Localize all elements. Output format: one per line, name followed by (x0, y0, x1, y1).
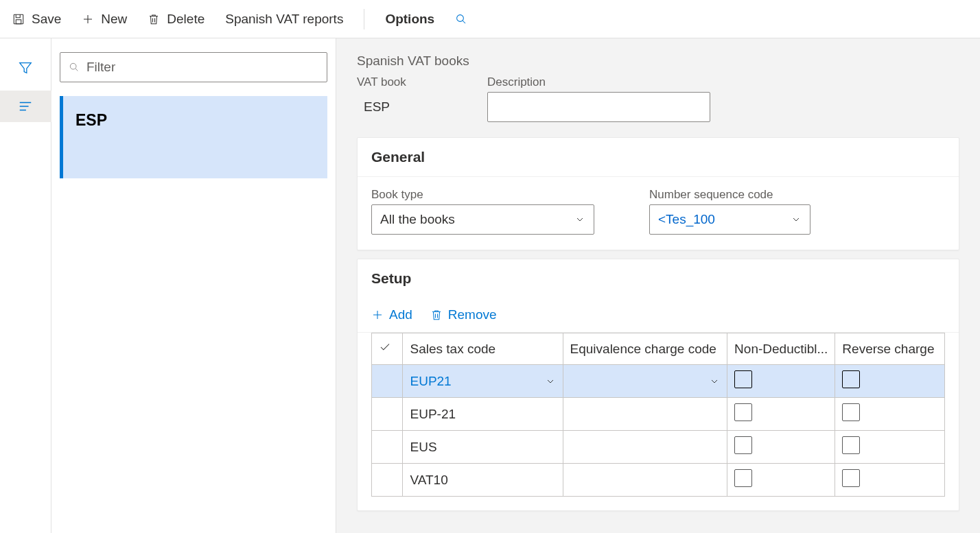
book-type-value: All the books (380, 212, 455, 227)
toolbar-divider (364, 9, 364, 29)
table-row[interactable]: EUP21 (372, 365, 945, 398)
setup-header: Setup (358, 259, 959, 298)
checkbox[interactable] (734, 403, 752, 421)
save-button[interactable]: Save (12, 12, 61, 27)
remove-button[interactable]: Remove (430, 307, 497, 322)
svg-rect-0 (14, 14, 23, 24)
checkbox[interactable] (842, 403, 860, 421)
select-column-header[interactable] (372, 333, 403, 365)
sales-tax-code-value: EUP21 (410, 374, 451, 389)
checkbox[interactable] (734, 436, 752, 454)
vat-book-value: ESP (357, 92, 467, 122)
sales-tax-code-cell[interactable]: EUS (403, 431, 563, 464)
non-deductible-cell[interactable] (727, 431, 835, 464)
number-sequence-value: <Tes_100 (658, 212, 715, 227)
list-item[interactable]: ESP (60, 96, 327, 178)
list-item-label: ESP (75, 111, 107, 129)
main-layout: ESP Spanish VAT books VAT book ESP Descr… (0, 38, 980, 533)
book-type-field: Book type All the books (371, 188, 594, 235)
plus-icon (82, 13, 94, 25)
options-button[interactable]: Options (385, 12, 434, 27)
checkbox[interactable] (842, 469, 860, 487)
reverse-charge-cell[interactable] (835, 464, 945, 497)
chevron-down-icon (709, 376, 720, 387)
filter-box[interactable] (60, 52, 327, 82)
checkbox[interactable] (842, 370, 860, 388)
filter-input[interactable] (85, 59, 318, 75)
non-deductible-cell[interactable] (727, 365, 835, 398)
plus-icon (371, 309, 384, 321)
reverse-charge-cell[interactable] (835, 431, 945, 464)
reports-button[interactable]: Spanish VAT reports (225, 12, 343, 27)
general-card: General Book type All the books Number s… (357, 137, 959, 250)
svg-point-3 (70, 63, 76, 69)
checkbox[interactable] (734, 370, 752, 388)
remove-label: Remove (448, 307, 497, 322)
reports-label: Spanish VAT reports (225, 12, 343, 27)
delete-label: Delete (167, 12, 205, 27)
description-input[interactable] (487, 92, 710, 122)
svg-rect-1 (16, 19, 21, 23)
options-label: Options (385, 12, 434, 27)
general-header: General (358, 138, 959, 177)
add-label: Add (389, 307, 412, 322)
sales-tax-code-cell[interactable]: VAT10 (403, 464, 563, 497)
setup-grid: Sales tax code Equivalence charge code N… (371, 333, 945, 497)
equivalence-cell[interactable] (563, 365, 727, 398)
equivalence-cell[interactable] (563, 431, 727, 464)
save-label: Save (32, 12, 61, 27)
save-icon (12, 13, 25, 25)
reverse-charge-cell[interactable] (835, 365, 945, 398)
reverse-charge-cell[interactable] (835, 398, 945, 431)
lines-rail-button[interactable] (0, 91, 51, 122)
book-type-select[interactable]: All the books (371, 204, 594, 235)
svg-point-2 (457, 14, 464, 21)
trash-icon (430, 309, 443, 321)
description-field: Description (487, 75, 710, 122)
checkbox[interactable] (842, 436, 860, 454)
new-button[interactable]: New (82, 12, 127, 27)
vat-book-field: VAT book ESP (357, 75, 467, 122)
table-row[interactable]: EUS (372, 431, 945, 464)
number-sequence-select[interactable]: <Tes_100 (649, 204, 810, 235)
list-pane: ESP (51, 38, 336, 533)
search-icon (69, 62, 80, 73)
sales-tax-code-cell[interactable]: EUP21 (403, 365, 563, 398)
chevron-down-icon (791, 214, 802, 225)
delete-button[interactable]: Delete (148, 12, 205, 27)
row-selector[interactable] (372, 464, 403, 497)
page-title: Spanish VAT books (357, 54, 959, 69)
left-rail (0, 38, 51, 533)
equivalence-charge-code-header[interactable]: Equivalence charge code (563, 333, 727, 365)
table-row[interactable]: VAT10 (372, 464, 945, 497)
chevron-down-icon (545, 376, 556, 387)
row-selector[interactable] (372, 398, 403, 431)
number-sequence-field: Number sequence code <Tes_100 (649, 188, 810, 235)
add-button[interactable]: Add (371, 307, 412, 322)
number-sequence-label: Number sequence code (649, 188, 810, 202)
search-button[interactable] (455, 13, 467, 25)
vat-book-label: VAT book (357, 75, 467, 89)
non-deductible-header[interactable]: Non-Deductibl... (727, 333, 835, 365)
chevron-down-icon (574, 214, 585, 225)
row-selector[interactable] (372, 365, 403, 398)
non-deductible-cell[interactable] (727, 464, 835, 497)
action-toolbar: Save New Delete Spanish VAT reports Opti… (0, 0, 980, 38)
checkbox[interactable] (734, 469, 752, 487)
table-row[interactable]: EUP-21 (372, 398, 945, 431)
filter-rail-button[interactable] (0, 52, 51, 84)
detail-pane: Spanish VAT books VAT book ESP Descripti… (336, 38, 980, 533)
non-deductible-cell[interactable] (727, 398, 835, 431)
trash-icon (148, 13, 160, 25)
reverse-charge-header[interactable]: Reverse charge (835, 333, 945, 365)
sales-tax-code-header[interactable]: Sales tax code (403, 333, 563, 365)
sales-tax-code-cell[interactable]: EUP-21 (403, 398, 563, 431)
lines-icon (18, 99, 33, 114)
equivalence-cell[interactable] (563, 398, 727, 431)
equivalence-cell[interactable] (563, 464, 727, 497)
new-label: New (101, 12, 127, 27)
setup-toolbar: Add Remove (358, 298, 959, 333)
row-selector[interactable] (372, 431, 403, 464)
description-label: Description (487, 75, 710, 89)
setup-card: Setup Add Remove Sales tax (357, 259, 959, 511)
